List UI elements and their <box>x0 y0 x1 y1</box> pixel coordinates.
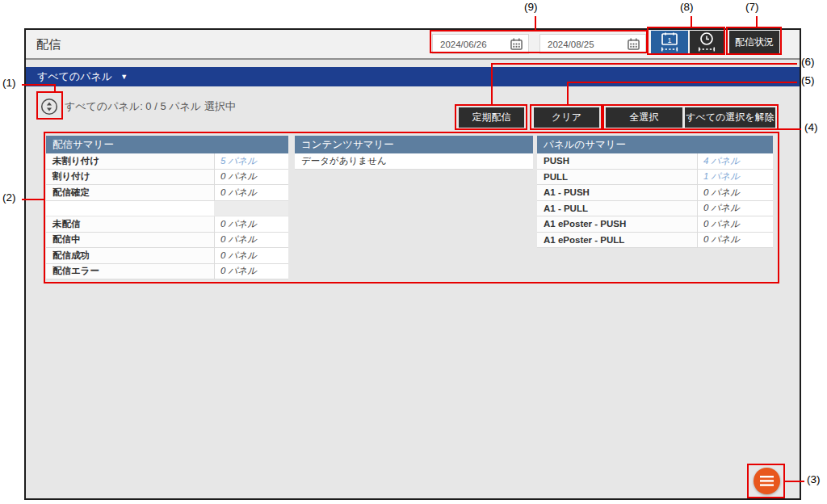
table-row: PULL 1 パネル <box>537 170 773 186</box>
dropdown-arrow-icon: ▼ <box>120 73 128 81</box>
panel-group-bar[interactable]: すべてのパネル ▼ <box>26 67 800 86</box>
date-to-value: 2024/08/25 <box>548 40 594 49</box>
table-row: A1 ePoster - PULL 0 パネル <box>537 233 773 249</box>
calendar-timeline-icon: 1 <box>660 32 679 52</box>
annotation-label-7: (7) <box>745 1 759 13</box>
calendar-icon[interactable] <box>628 38 640 50</box>
svg-text:1: 1 <box>667 36 671 44</box>
top-bar: 配信 2024/06/26 <box>26 30 800 60</box>
table-row: 未配信 0 パネル <box>46 216 288 233</box>
table-row: A1 - PULL 0 パネル <box>537 201 773 217</box>
content-summary-table: コンテンツサマリー データがありません <box>295 136 533 170</box>
clock-view-button[interactable] <box>690 31 724 54</box>
annotation-label-3: (3) <box>807 473 821 485</box>
annotation-label-9: (9) <box>524 1 538 13</box>
page-title: 配信 <box>36 30 61 58</box>
annotation-label-4: (4) <box>804 121 818 133</box>
table-row: A1 - PUSH 0 パネル <box>537 185 773 201</box>
table-row: A1 ePoster - PUSH 0 パネル <box>537 216 773 233</box>
table-row: 配信エラー 0 パネル <box>46 264 288 280</box>
table-row: 割り付け 0 パネル <box>46 170 288 186</box>
table-header: コンテンツサマリー <box>295 136 533 153</box>
expand-collapse-icon[interactable] <box>40 98 58 116</box>
delivery-status-button[interactable]: 配信状況 <box>729 31 779 53</box>
table-separator-row <box>46 201 288 217</box>
select-all-button[interactable]: 全選択 <box>606 107 682 128</box>
annotation-label-8: (8) <box>680 1 694 13</box>
annotation-label-1: (1) <box>2 77 16 89</box>
annotation-label-2: (2) <box>2 191 16 204</box>
calendar-view-button[interactable]: 1 <box>651 31 688 54</box>
clock-timeline-icon <box>697 32 716 52</box>
table-row: PUSH 4 パネル <box>537 153 773 170</box>
panel-summary-table: パネルのサマリー PUSH 4 パネル PULL 1 パネル A1 - PUSH… <box>537 136 773 248</box>
app-window: 配信 2024/06/26 <box>24 28 801 500</box>
panel-count-link[interactable]: 1 パネル <box>697 170 773 185</box>
table-row: 配信成功 0 パネル <box>46 248 288 264</box>
annotation-label-6: (6) <box>801 56 815 68</box>
clear-button[interactable]: クリア <box>534 107 599 128</box>
periodic-delivery-button[interactable]: 定期配信 <box>459 107 524 128</box>
date-from-field[interactable]: 2024/06/26 <box>432 34 529 54</box>
screenshot-root: 配信 2024/06/26 <box>0 0 827 504</box>
table-row: 未割り付け 5 パネル <box>46 153 288 170</box>
delivery-summary-table: 配信サマリー 未割り付け 5 パネル 割り付け 0 パネル 配信確定 0 パネル <box>46 136 288 279</box>
selection-status-text: すべてのパネル: 0 / 5 パネル 選択中 <box>65 98 236 116</box>
table-row: 配信中 0 パネル <box>46 233 288 249</box>
annotation-line <box>756 16 758 27</box>
hamburger-menu-icon <box>760 476 774 486</box>
table-header: パネルのサマリー <box>537 136 773 153</box>
panel-count-link[interactable]: 4 パネル <box>697 153 773 169</box>
date-from-value: 2024/06/26 <box>440 40 487 49</box>
date-to-field[interactable]: 2024/08/25 <box>539 34 646 54</box>
panel-count-link[interactable]: 5 パネル <box>214 153 288 169</box>
annotation-line <box>691 16 692 27</box>
annotation-label-5: (5) <box>801 74 815 86</box>
panel-group-label: すべてのパネル <box>37 69 112 84</box>
table-row: 配信確定 0 パネル <box>46 185 288 201</box>
table-header: 配信サマリー <box>46 136 288 153</box>
menu-fab-button[interactable] <box>754 468 780 494</box>
calendar-icon[interactable] <box>510 38 523 50</box>
table-empty-row: データがありません <box>295 153 533 170</box>
deselect-all-button[interactable]: すべての選択を解除 <box>685 107 775 128</box>
